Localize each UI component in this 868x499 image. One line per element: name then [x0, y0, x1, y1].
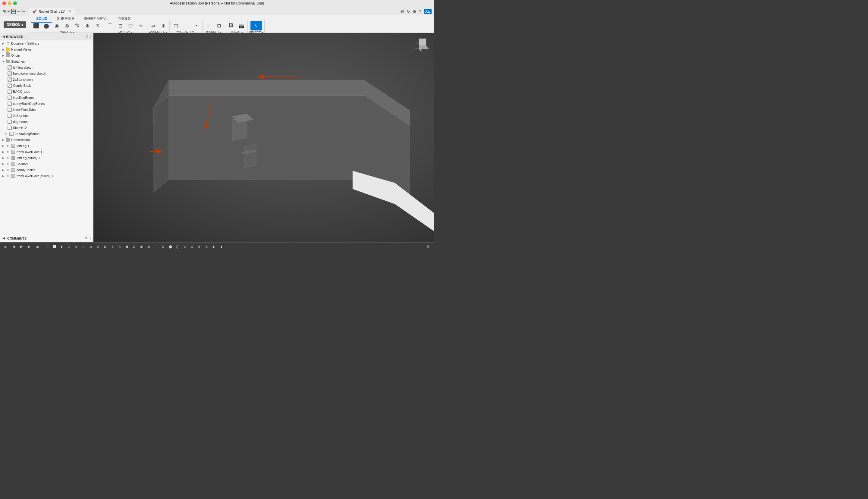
btool-4[interactable]: ⬡ — [66, 243, 72, 250]
prev-frame-btn[interactable]: ◀ — [10, 243, 17, 250]
play-btn[interactable]: ▶ — [18, 243, 25, 250]
tree-item-frontlowerface1[interactable]: ▶ 👁 frontLowerFace:1 — [0, 149, 93, 155]
browser-settings-icon[interactable]: ⚙ — [86, 35, 89, 39]
tree-item-left-leg-sketch[interactable]: left leg sketch — [0, 64, 93, 71]
modify-btn1[interactable]: ⌒ — [105, 21, 115, 30]
create-mirror-btn[interactable]: ⧖ — [93, 21, 102, 30]
btool-19[interactable]: ◯ — [174, 243, 181, 250]
eye-icon-leftleg1[interactable]: 👁 — [5, 144, 10, 148]
eye-icon-leftlegmirror1[interactable]: 👁 — [5, 156, 10, 160]
tree-item-2a3da-sketch[interactable]: 2a3da sketch — [0, 76, 93, 83]
close-button[interactable] — [2, 1, 6, 5]
create-box-btn[interactable]: ⬛ — [31, 21, 41, 30]
help-icon[interactable]: ? — [419, 9, 421, 14]
user-avatar[interactable]: AE — [424, 9, 431, 14]
btool-24[interactable]: ◐ — [210, 243, 217, 250]
redo-icon[interactable]: ↪ — [22, 9, 25, 14]
tree-item-sketches[interactable]: ▼ Sketches — [0, 59, 93, 64]
undo-icon[interactable]: ↩ — [17, 9, 21, 14]
create-fx-btn[interactable]: fx — [72, 21, 82, 30]
btool-2[interactable]: ⬜ — [51, 243, 58, 250]
last-frame-btn[interactable]: ⏭ — [34, 243, 40, 250]
create-pattern-btn[interactable]: ❇ — [83, 21, 92, 30]
inspect-btn1[interactable]: ⊢ — [204, 21, 213, 30]
eye-icon-frontlowerface1[interactable]: 👁 — [5, 149, 10, 154]
tree-item-comfy-back[interactable]: Comfy Back — [0, 83, 93, 88]
tree-item-2a3da-tabs[interactable]: 2a3da tabs — [0, 113, 93, 119]
insert-btn2[interactable]: 📷 — [236, 21, 246, 30]
construct-btn1[interactable]: ◫ — [171, 21, 181, 30]
save-icon[interactable]: 💾 — [11, 9, 16, 14]
tree-item-front-lower-face-sketch[interactable]: front lower face sketch — [0, 71, 93, 76]
browser-collapse-icon[interactable]: ◀ — [2, 35, 5, 39]
tree-item-frontlowerfacemirror1[interactable]: ▶ 👁 frontLowerFace(Mirror):1 — [0, 173, 93, 179]
tree-item-leftlegmirror1[interactable]: ▶ 👁 leftLeg(Mirror):1 — [0, 155, 93, 161]
btool-15[interactable]: ⊞ — [145, 243, 152, 250]
insert-btn1[interactable]: 🖼 — [227, 21, 236, 30]
menu-icon[interactable]: ≡ — [7, 9, 10, 14]
btool-18[interactable]: ⬤ — [167, 243, 174, 250]
tree-item-comfyBackDogBones[interactable]: comfyBackDogBones — [0, 101, 93, 107]
modify-btn4[interactable]: ✳ — [136, 21, 146, 30]
tree-item-2a3daDogBones[interactable]: 👁 2a3daDogBones — [0, 131, 93, 137]
construct-btn3[interactable]: • — [191, 21, 201, 30]
assemble-btn1[interactable]: ⇌ — [148, 21, 158, 30]
browser-pin-icon[interactable]: | — [90, 35, 91, 39]
btool-14[interactable]: ◉ — [138, 243, 145, 250]
traffic-lights[interactable] — [2, 1, 17, 5]
btool-21[interactable]: ⊕ — [189, 243, 195, 250]
btool-11[interactable]: ◎ — [116, 243, 123, 250]
tree-item-legsDogBones[interactable]: legsDogBones — [0, 95, 93, 101]
btool-6[interactable]: △ — [80, 243, 87, 250]
modify-btn2[interactable]: ⊟ — [115, 21, 125, 30]
next-frame-btn[interactable]: ▶ — [26, 243, 33, 250]
add-tab-icon[interactable]: ⊕ — [400, 9, 404, 14]
create-cyl-btn[interactable]: ⬤ — [41, 21, 51, 30]
tree-item-leftleg1[interactable]: ▶ 👁 leftLeg:1 — [0, 143, 93, 149]
eye-icon-frontlowerfacemirror1[interactable]: 👁 — [5, 173, 10, 179]
tree-item-2a3da1[interactable]: ▶ 👁 2a3da:1 — [0, 161, 93, 167]
tree-item-sketch12[interactable]: Sketch12 — [0, 125, 93, 131]
btool-9[interactable]: ⊠ — [102, 243, 109, 250]
btool-7[interactable]: ⊟ — [87, 243, 94, 250]
settings-icon[interactable]: ⚙ — [413, 9, 416, 14]
tree-item-comfyback1[interactable]: ▶ 👁 comfyBack:1 — [0, 167, 93, 173]
btool-8[interactable]: ⊕ — [95, 243, 101, 250]
eye-icon-2a3da1[interactable]: 👁 — [5, 161, 10, 166]
tree-item-origin[interactable]: ▶ Origin — [0, 52, 93, 59]
comments-settings-icon[interactable]: ⚙ — [84, 236, 87, 240]
assemble-btn2[interactable]: ⊕ — [159, 21, 168, 30]
viewport[interactable]: ⊕ ✋ ↺ 🔍 ▾ □ ▾ ⊞ ▾ ▦ ▾ — [94, 33, 434, 242]
tree-item-named-views[interactable]: ▶ Named Views — [0, 46, 93, 52]
minimize-button[interactable] — [8, 1, 11, 5]
tree-item-doc-settings[interactable]: ▶ ⚙ Document Settings — [0, 40, 93, 46]
refresh-icon[interactable]: ↻ — [406, 9, 410, 14]
construct-btn2[interactable]: | — [181, 21, 191, 30]
comments-collapse-icon[interactable]: ◀ — [2, 236, 5, 240]
btool-16[interactable]: ◫ — [152, 243, 159, 250]
3d-canvas[interactable] — [94, 33, 434, 242]
grid-icon[interactable]: ⊞ — [2, 9, 6, 14]
eye-icon-2a3daDogBones[interactable]: 👁 — [4, 131, 9, 136]
modify-btn3[interactable]: ⎔ — [126, 21, 135, 30]
btool-23[interactable]: ⊘ — [203, 243, 210, 250]
tree-item-construction[interactable]: ▶ Construction — [0, 137, 93, 143]
select-btn[interactable]: ↖ — [250, 21, 262, 31]
create-sphere-btn[interactable]: ◉ — [52, 21, 61, 30]
btool-13[interactable]: ⊡ — [131, 243, 137, 250]
create-torus-btn[interactable]: ◎ — [62, 21, 72, 30]
btool-5[interactable]: ◈ — [73, 243, 80, 250]
btool-3[interactable]: ◧ — [59, 243, 65, 250]
inspect-btn2[interactable]: ⊡ — [214, 21, 224, 30]
comments-pin-icon[interactable]: | — [90, 236, 91, 240]
settings-btn-bottom[interactable]: ⚙ — [425, 243, 431, 250]
maximize-button[interactable] — [13, 1, 17, 5]
btool-17[interactable]: ⊟ — [160, 243, 166, 250]
btool-10[interactable]: ⧖ — [109, 243, 116, 250]
view-cube[interactable] — [413, 36, 431, 54]
btool-22[interactable]: ⊗ — [196, 243, 203, 250]
btool-1[interactable]: ⬛ — [44, 243, 51, 250]
first-frame-btn[interactable]: ⏮ — [2, 243, 9, 250]
design-button[interactable]: DESIGN ▾ — [4, 21, 26, 28]
tree-item-back-tabs[interactable]: BACK_tabs — [0, 88, 93, 95]
